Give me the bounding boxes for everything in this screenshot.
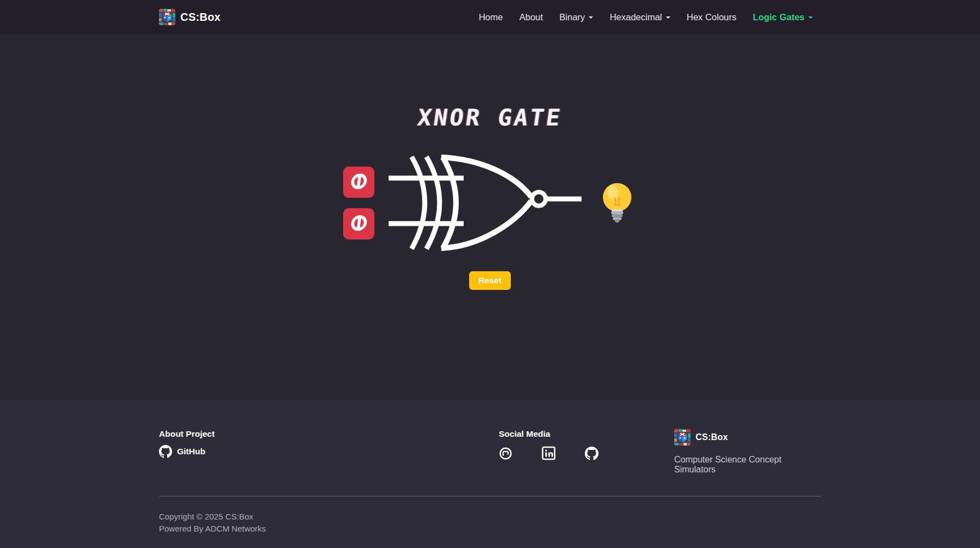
footer-social-column: Social Media [499,429,674,475]
mastodon-icon[interactable] [499,447,512,460]
about-project-heading: About Project [159,429,499,439]
chevron-down-icon [808,16,813,19]
xnor-gate-icon [381,151,590,255]
github-link-label: GitHub [177,447,206,456]
nav-item-binary-dropdown[interactable]: Binary [551,8,602,27]
top-navbar: CS:Box Home About Binary Hexadecimal Hex… [0,0,980,34]
footer-brand-name: CS:Box [696,432,728,442]
csbox-logo-icon [674,429,691,446]
chevron-down-icon [589,16,593,19]
reset-button[interactable]: Reset [469,271,511,290]
copyright-line: Copyright © 2025 CS:Box [159,511,821,523]
output-light-bulb-icon [597,180,637,225]
social-media-heading: Social Media [499,429,674,439]
gate-diagram [343,151,637,255]
nav-item-home[interactable]: Home [470,8,511,27]
brand[interactable]: CS:Box [159,9,220,25]
brand-name: CS:Box [180,11,220,24]
zero-icon [350,172,368,192]
footer-about-column: About Project GitHub [159,429,499,475]
github-icon[interactable] [585,447,599,460]
zero-icon [350,214,368,234]
github-link[interactable]: GitHub [159,445,499,458]
simulator-page: XNOR GATE [0,34,980,399]
linkedin-icon[interactable] [542,446,556,460]
github-icon [159,445,172,458]
csbox-logo-icon [159,9,175,25]
page-title: XNOR GATE [416,104,564,131]
nav-items: Home About Binary Hexadecimal Hex Colour… [470,8,821,27]
nav-item-hexadecimal-dropdown[interactable]: Hexadecimal [601,8,678,27]
powered-by-line: Powered By ADCM Networks [159,523,821,535]
footer: About Project GitHub Social Media [0,399,980,548]
input-b-toggle-button[interactable] [343,208,374,239]
nav-item-hex-colours[interactable]: Hex Colours [679,8,745,27]
brand-tagline: Computer Science Concept Simulators [674,455,821,475]
footer-divider [159,496,821,496]
nav-item-about[interactable]: About [511,8,551,27]
chevron-down-icon [666,16,670,19]
nav-item-logic-gates-dropdown[interactable]: Logic Gates [745,8,821,27]
copyright: Copyright © 2025 CS:Box Powered By ADCM … [159,511,821,535]
footer-brand-column: CS:Box Computer Science Concept Simulato… [674,429,821,475]
input-a-toggle-button[interactable] [343,167,374,198]
gate-inputs [343,167,374,239]
